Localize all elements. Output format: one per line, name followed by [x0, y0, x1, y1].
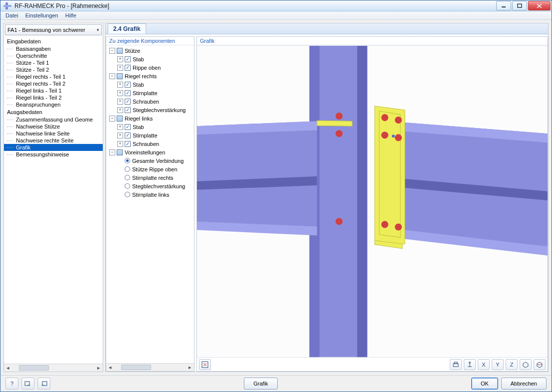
tree-row[interactable]: +✓Stirnplatte: [107, 89, 193, 97]
expand-icon[interactable]: +: [117, 107, 123, 113]
tree-row[interactable]: +✓Stab: [107, 123, 193, 131]
collapse-icon[interactable]: −: [109, 48, 115, 54]
grafik-button[interactable]: Grafik: [244, 378, 277, 390]
menu-einstellungen[interactable]: Einstellungen: [25, 12, 58, 18]
nav-item[interactable]: Riegel rechts - Teil 1: [4, 73, 103, 80]
tree-row[interactable]: −Voreinstellungen: [107, 148, 193, 156]
expand-icon[interactable]: +: [117, 132, 123, 138]
help-button[interactable]: ?: [5, 378, 18, 390]
collapse-icon[interactable]: −: [109, 116, 115, 122]
tree-row[interactable]: +✓Rippe oben: [107, 63, 193, 72]
expand-icon[interactable]: +: [117, 99, 123, 105]
checkbox[interactable]: ✓: [125, 141, 131, 147]
radio[interactable]: [125, 158, 130, 163]
nav-item[interactable]: Stütze - Teil 2: [4, 66, 103, 73]
tree-label: Stütze Rippe oben: [132, 166, 178, 172]
nav-item[interactable]: Grafik: [4, 144, 103, 151]
import-button[interactable]: [21, 378, 34, 390]
tree-row[interactable]: +✓Stegblechverstärkung: [107, 106, 193, 114]
y-axis-icon[interactable]: Y: [492, 359, 504, 370]
checkbox[interactable]: ✓: [125, 132, 131, 138]
svg-point-22: [395, 117, 402, 124]
collapse-icon[interactable]: −: [109, 73, 115, 79]
tree-row[interactable]: Stirnplatte links: [107, 190, 193, 199]
nav-item[interactable]: Riegel rechts - Teil 2: [4, 80, 103, 87]
components-scrollbar[interactable]: ◂▸: [106, 363, 194, 371]
print-icon[interactable]: [450, 359, 462, 370]
tree-label: Riegel links: [125, 116, 153, 122]
svg-point-30: [392, 135, 395, 138]
checkbox[interactable]: [117, 73, 123, 79]
checkbox[interactable]: [117, 149, 123, 155]
tree-row[interactable]: +✓Schrauben: [107, 139, 193, 148]
cancel-button[interactable]: Abbrechen: [501, 378, 547, 390]
tree-row[interactable]: −Stütze: [107, 46, 193, 55]
content-area: FA1 - Bemessung von schwerer Eingabedate…: [0, 20, 552, 375]
ok-button[interactable]: OK: [471, 378, 498, 390]
tree-row[interactable]: Stegblechverstärkung: [107, 182, 193, 190]
tree-row[interactable]: +✓Stab: [107, 80, 193, 89]
nav-item[interactable]: Stütze - Teil 1: [4, 59, 103, 66]
case-selector[interactable]: FA1 - Bemessung von schwerer: [5, 24, 102, 35]
tree-label: Stegblechverstärkung: [132, 183, 185, 189]
checkbox[interactable]: ✓: [125, 65, 131, 71]
anchor-icon[interactable]: [464, 359, 476, 370]
nav-item[interactable]: Bemessungshinweise: [4, 151, 103, 158]
expand-icon[interactable]: +: [117, 65, 123, 71]
x-axis-icon[interactable]: X: [478, 359, 490, 370]
nav-item[interactable]: Nachweise rechte Seite: [4, 137, 103, 144]
menu-datei[interactable]: Datei: [5, 12, 18, 18]
expand-icon[interactable]: +: [117, 56, 123, 62]
nav-scrollbar[interactable]: ◂▸: [4, 364, 103, 372]
nav-item[interactable]: Beanspruchungen: [4, 101, 103, 108]
tree-row[interactable]: −Riegel rechts: [107, 72, 193, 80]
svg-marker-9: [197, 121, 317, 232]
maximize-button[interactable]: [512, 1, 527, 10]
grafik-panel-title: Grafik: [197, 37, 548, 45]
tree-row[interactable]: +✓Schrauben: [107, 97, 193, 106]
iso-icon[interactable]: [520, 359, 532, 370]
radio[interactable]: [125, 175, 130, 180]
tree-row[interactable]: Stütze Rippe oben: [107, 165, 193, 173]
checkbox[interactable]: ✓: [125, 124, 131, 130]
checkbox[interactable]: ✓: [125, 107, 131, 113]
viewport-tool-left[interactable]: [199, 359, 211, 370]
radio[interactable]: [125, 192, 130, 197]
checkbox[interactable]: [117, 48, 123, 54]
nav-item[interactable]: Riegel links - Teil 2: [4, 94, 103, 101]
radio[interactable]: [125, 183, 130, 189]
nav-item[interactable]: Riegel links - Teil 1: [4, 87, 103, 94]
tree-row[interactable]: Stirnplatte rechts: [107, 173, 193, 182]
nav-item[interactable]: Basisangaben: [4, 45, 103, 52]
tab-grafik[interactable]: 2.4 Grafik: [108, 23, 146, 34]
tree-row[interactable]: Gesamte Verbindung: [107, 156, 193, 165]
nav-item[interactable]: Nachweise Stütze: [4, 123, 103, 130]
tree-row[interactable]: +✓Stab: [107, 55, 193, 63]
layers-icon[interactable]: [534, 359, 546, 370]
checkbox[interactable]: ✓: [125, 56, 131, 62]
export-button[interactable]: [37, 378, 50, 390]
svg-point-25: [381, 221, 388, 228]
close-button[interactable]: [528, 1, 551, 10]
nav-item[interactable]: Zusammenfassung und Geome: [4, 116, 103, 123]
minimize-button[interactable]: [496, 1, 511, 10]
nav-item[interactable]: Querschnitte: [4, 52, 103, 59]
checkbox[interactable]: ✓: [125, 99, 131, 105]
expand-icon[interactable]: +: [117, 124, 123, 130]
expand-icon[interactable]: +: [117, 82, 123, 88]
radio[interactable]: [125, 166, 130, 172]
z-axis-icon[interactable]: Z: [506, 359, 518, 370]
collapse-icon[interactable]: −: [109, 149, 115, 155]
grafik-viewport[interactable]: [197, 45, 548, 357]
tree-row[interactable]: −Riegel links: [107, 114, 193, 123]
expand-icon[interactable]: +: [117, 90, 123, 96]
checkbox[interactable]: [117, 116, 123, 122]
tree-row[interactable]: +✓Stirnplatte: [107, 131, 193, 139]
expand-icon[interactable]: +: [117, 141, 123, 147]
checkbox[interactable]: ✓: [125, 82, 131, 88]
tree-label: Stab: [133, 124, 144, 130]
nav-item[interactable]: Nachweise linke Seite: [4, 130, 103, 137]
checkbox[interactable]: ✓: [125, 90, 131, 96]
tree-label: Schrauben: [133, 141, 159, 147]
menu-hilfe[interactable]: Hilfe: [65, 12, 76, 18]
